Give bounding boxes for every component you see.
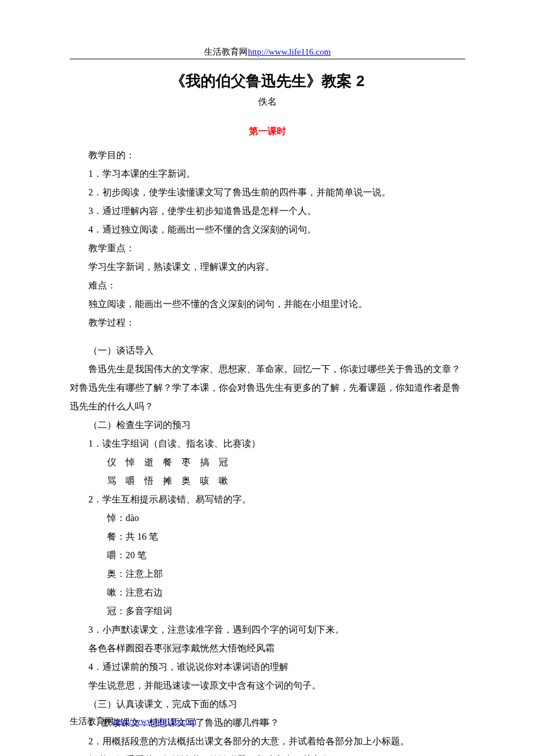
body-text: 冠：多音字组词: [70, 602, 465, 621]
page-footer: 生活教育网http://www.life116.com: [70, 716, 197, 727]
body-text: 仪 悼 逝 餐 枣 搞 冠: [70, 453, 465, 472]
body-text: 奥：注意上部: [70, 565, 465, 583]
lesson-section-heading: 第一课时: [70, 126, 465, 138]
body-text: 难点：: [70, 276, 465, 295]
footer-link[interactable]: http://www.life116.com: [113, 716, 197, 726]
page-number: 1: [259, 717, 263, 727]
body-text: 嗽：注意右边: [70, 583, 465, 602]
body-text: （一）谈话导入: [70, 341, 465, 360]
body-text: 4．通过课前的预习，谁说说你对本课词语的理解: [70, 658, 465, 676]
body-text: 学习生字新词，熟读课文，理解课文的内容。: [70, 258, 465, 276]
footer-site-name: 生活教育网: [70, 716, 113, 726]
body-text: 独立阅读，能画出一些不懂的含义深刻的词句，并能在小组里讨论。: [70, 295, 465, 313]
body-text: 2．学生互相提示易读错、易写错的字。: [70, 490, 465, 509]
body-text: 1．学习本课的生字新词。: [70, 165, 465, 183]
body-text: 学生说意思，并能迅速读一读原文中含有这个词的句子。: [70, 676, 465, 695]
body-text: 2．初步阅读，使学生读懂课文写了鲁迅生前的四件事，并能简单说一说。: [70, 183, 465, 202]
body-text: 板书：深受爱戴、畅谈读书、笑谈碰壁、救助车夫、关心女佣: [70, 751, 465, 756]
body-text: 嚼：20 笔: [70, 546, 465, 565]
body-text: 悼：dào: [70, 509, 465, 527]
body-text: 教学过程：: [70, 313, 465, 332]
body-text: 3．通过理解内容，使学生初步知道鲁迅是怎样一个人。: [70, 202, 465, 220]
body-text: 4．通过独立阅读，能画出一些不懂的含义深刻的词句。: [70, 220, 465, 239]
document-author: 佚名: [70, 96, 465, 108]
page-header: 生活教育网http://www.life116.com: [70, 47, 465, 59]
header-link[interactable]: http://www.life116.com: [248, 47, 331, 56]
body-text: 教学目的：: [70, 146, 465, 165]
body-text: 骂 嚼 悟 摊 奥 咳 嗽: [70, 472, 465, 490]
body-text: （三）认真读课文，完成下面的练习: [70, 695, 465, 714]
header-site-name: 生活教育网: [204, 47, 248, 56]
body-text: （二）检查生字词的预习: [70, 416, 465, 434]
body-text: 教学重点：: [70, 239, 465, 258]
body-text: 各色各样囫囵吞枣张冠李戴恍然大悟饱经风霜: [70, 639, 465, 658]
body-text: 餐：共 16 笔: [70, 527, 465, 546]
body-text: 鲁迅先生是我国伟大的文学家、思想家、革命家。回忆一下，你读过哪些关于鲁迅的文章？…: [70, 360, 465, 416]
document-title: 《我的伯父鲁迅先生》教案 2: [70, 71, 465, 91]
body-text: 1．读生字组词（自读、指名读、比赛读）: [70, 434, 465, 453]
body-text: 2．用概括段意的方法概括出课文各部分的大意，并试着给各部分加上小标题。: [70, 732, 465, 751]
body-text: 3．小声默读课文，注意读准字音，遇到四个字的词可划下来。: [70, 621, 465, 639]
